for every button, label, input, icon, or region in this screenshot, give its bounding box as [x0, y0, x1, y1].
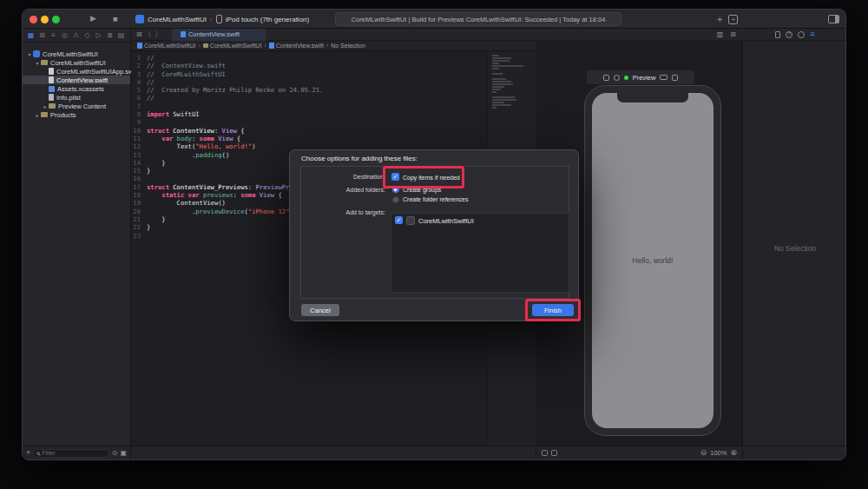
tree-item-label: Assets.xcassets [57, 85, 104, 93]
toolbar: ▶ ◼ CoreMLwithSwiftUI › iPod touch (7th … [23, 10, 845, 29]
line-number: 9 [131, 118, 147, 126]
breakpoint-navigator-icon[interactable]: ≣ [106, 32, 114, 39]
tree-item[interactable]: Assets.xcassets [23, 84, 130, 93]
add-editor-icon[interactable]: ⊞ [730, 31, 736, 38]
split-editor-icon[interactable]: ▥ [717, 31, 724, 38]
line-number: 21 [131, 215, 147, 223]
line-number: 14 [131, 159, 147, 167]
preview-share-icon[interactable] [672, 75, 678, 81]
tree-item[interactable]: ContentView.swift [23, 76, 130, 84]
attributes-inspector-icon[interactable]: ≡ [810, 30, 814, 38]
source-control-status-icon[interactable]: ▣ [120, 450, 127, 457]
breadcrumb[interactable]: ContentView.swift [269, 43, 324, 49]
code-token: ContentView [169, 127, 214, 135]
breadcrumb[interactable]: CoreMLwithSwiftUI [203, 43, 262, 49]
breadcrumb[interactable]: No Selection [331, 43, 365, 49]
add-file-icon[interactable]: + [26, 449, 30, 457]
issue-navigator-icon[interactable]: ⚠ [72, 32, 80, 39]
code-line: 1// [131, 54, 487, 62]
report-navigator-icon[interactable]: ▤ [117, 32, 125, 39]
close-button[interactable] [30, 16, 37, 23]
add-files-options-dialog: Choose options for adding these files: D… [289, 149, 579, 321]
filter-input[interactable]: Filter [33, 449, 108, 458]
file-tree: ▾CoreMLwithSwiftUI▾CoreMLwithSwiftUICore… [23, 43, 130, 119]
target-checkbox[interactable]: ✓ [395, 216, 403, 224]
copy-items-label[interactable]: Copy items if needed [403, 175, 460, 181]
cancel-button[interactable]: Cancel [301, 304, 339, 316]
device-icon [216, 15, 222, 23]
finish-button[interactable]: Finish [532, 304, 574, 316]
test-navigator-icon[interactable]: ◇ [83, 32, 91, 39]
source-control-navigator-icon[interactable]: ⊞ [38, 32, 46, 39]
preview-inspect-icon[interactable] [614, 75, 620, 81]
disclosure-triangle-icon[interactable]: ▸ [34, 112, 41, 118]
scheme-selector[interactable]: CoreMLwithSwiftUI › iPod touch (7th gene… [135, 10, 309, 29]
disclosure-triangle-icon[interactable]: ▸ [42, 103, 49, 109]
line-number: 10 [131, 127, 147, 135]
minimap-line [492, 89, 501, 90]
tab-contentview[interactable]: ContentView.swift [172, 29, 266, 41]
line-number: 3 [131, 70, 147, 78]
tree-item-label: ContentView.swift [56, 76, 108, 84]
create-folder-references-radio[interactable] [392, 196, 399, 203]
minimap-line [492, 104, 511, 106]
tree-item[interactable]: CoreMLwithSwiftUIApp.swift [23, 67, 130, 76]
minimap-line [492, 68, 499, 69]
add-button[interactable]: + [717, 15, 722, 24]
file-inspector-icon[interactable] [775, 31, 780, 38]
preview-toolbar: Preview [587, 70, 694, 84]
find-navigator-icon[interactable]: ◎ [61, 32, 69, 39]
disclosure-triangle-icon[interactable]: ▾ [34, 60, 41, 66]
code-token: some [240, 191, 255, 199]
code-token: // Created by Moritz Philip Recke on 24.… [147, 86, 323, 94]
tree-item[interactable]: ▸Products [23, 110, 130, 119]
tree-item[interactable]: ▾CoreMLwithSwiftUI [23, 50, 130, 58]
history-inspector-icon[interactable] [798, 31, 805, 38]
canvas-settings-icon[interactable] [542, 450, 548, 456]
preview-device-icon[interactable] [660, 75, 667, 80]
toggle-inspector-icon[interactable] [828, 15, 839, 23]
tree-item[interactable]: ▸Preview Content [23, 102, 130, 110]
code-line: 10struct ContentView: View { [131, 127, 487, 135]
code-line: 9 [131, 118, 487, 126]
zoom-level[interactable]: 100% [710, 449, 727, 457]
copy-items-checkbox[interactable]: ✓ [391, 173, 399, 181]
finish-button-label: Finish [544, 307, 562, 314]
create-folder-references-label[interactable]: Create folder references [403, 196, 468, 202]
code-line: 8import SwiftUI [131, 110, 487, 118]
canvas-grid-icon[interactable] [551, 450, 557, 456]
minimize-button[interactable] [41, 16, 49, 23]
breadcrumb-separator-icon: › [264, 43, 266, 49]
zoom-out-icon[interactable]: ⊖ [700, 449, 707, 457]
library-icon[interactable]: + [728, 15, 738, 24]
create-groups-radio[interactable] [392, 186, 399, 193]
quick-help-icon[interactable]: ? [786, 31, 792, 38]
navigator-tab-bar: ▦⊞≡◎⚠◇▷≣▤ [23, 29, 130, 43]
line-number: 16 [131, 175, 147, 182]
forward-icon[interactable]: ⟩ [155, 31, 158, 38]
preview-live-dot-icon [624, 76, 628, 80]
preview-variants-icon[interactable] [603, 75, 609, 81]
back-icon[interactable]: ⟨ [148, 31, 151, 38]
stop-button[interactable]: ◼ [113, 16, 118, 22]
destination-label: Destination: [299, 174, 385, 180]
project-navigator-icon[interactable]: ▦ [27, 32, 35, 39]
zoom-in-icon[interactable]: ⊕ [730, 449, 737, 457]
create-groups-label[interactable]: Create groups [403, 187, 441, 193]
maximize-button[interactable] [52, 16, 60, 23]
recent-files-icon[interactable]: ⊙ [112, 450, 118, 457]
line-number: 15 [131, 167, 147, 175]
related-items-icon[interactable]: ⊞ [136, 31, 142, 38]
disclosure-triangle-icon[interactable]: ▾ [26, 51, 33, 57]
activity-status[interactable]: CoreMLwithSwiftUI | Build for Previews C… [335, 12, 621, 26]
breadcrumb[interactable]: CoreMLwithSwiftUI [137, 43, 196, 49]
tree-item[interactable]: ▾CoreMLwithSwiftUI [23, 58, 130, 67]
debug-navigator-icon[interactable]: ▷ [95, 32, 102, 39]
app-target-icon [135, 15, 144, 23]
line-number: 18 [131, 191, 147, 199]
code-token: View [260, 191, 274, 199]
run-button[interactable]: ▶ [90, 15, 96, 23]
tree-item[interactable]: Info.plist [23, 93, 130, 102]
code-token: ) [252, 142, 255, 150]
symbol-navigator-icon[interactable]: ≡ [49, 32, 57, 39]
